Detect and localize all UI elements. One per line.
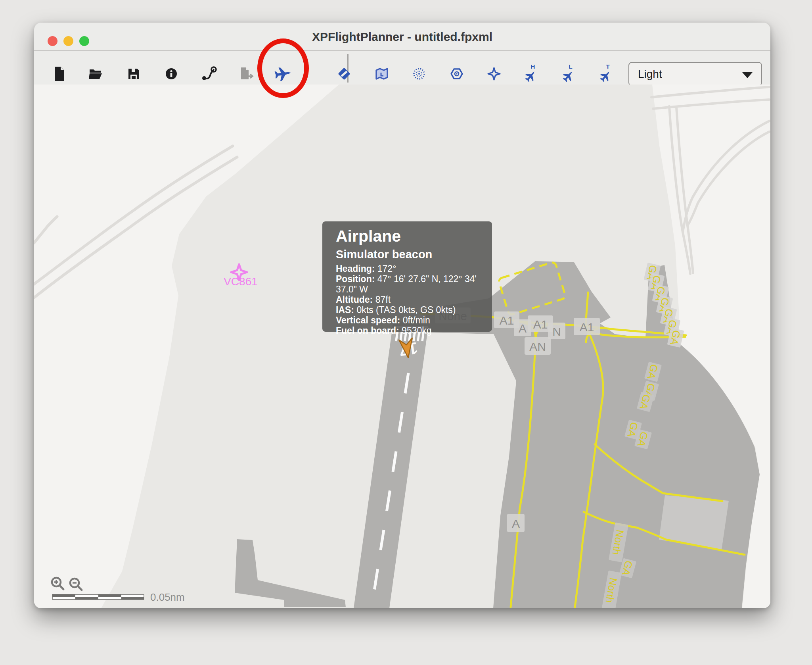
airplane-tooltip: Airplane Simulator beacon Heading: 172° … [322,221,492,332]
svg-text:A1: A1 [580,321,594,334]
chevron-down-icon [742,72,753,78]
annotation-red-circle [257,38,309,98]
export-icon [237,65,256,83]
aircraft-touring-icon: T [596,63,617,84]
aircraft-light-icon: L [559,63,580,84]
map-svg: 17 [34,85,770,608]
vor-toggle-button[interactable] [408,63,430,85]
map-style-value: Light [638,63,662,85]
ndb-icon [448,65,466,83]
aircraft-light-toggle-button[interactable]: L [558,63,580,85]
zoom-in-button[interactable] [52,578,63,589]
app-window: XPFlightPlanner - untitled.fpxml [34,23,770,608]
beacon-toggle-button[interactable] [333,63,355,85]
svg-text:A: A [512,517,520,530]
svg-text:A1: A1 [533,318,548,331]
svg-text:T: T [606,63,609,70]
save-button[interactable] [123,63,145,85]
ndb-toggle-button[interactable] [446,63,468,85]
open-folder-icon [86,65,105,83]
new-file-icon [50,65,69,83]
map-canvas[interactable]: 17 [34,85,770,608]
new-file-button[interactable] [48,63,71,85]
open-file-button[interactable] [84,63,107,85]
waypoint-label: VC861 [224,275,258,288]
zoom-out-button[interactable] [70,579,82,590]
route-icon [200,65,218,83]
info-button[interactable] [160,63,182,85]
window-title: XPFlightPlanner - untitled.fpxml [34,23,770,50]
svg-text:A1: A1 [500,314,514,327]
svg-text:AN: AN [529,340,546,353]
map-style-dropdown[interactable]: Light [628,62,762,86]
fix-icon [485,65,503,83]
svg-text:A: A [519,322,527,335]
export-button[interactable] [236,63,258,85]
beacon-icon [335,65,353,83]
toolbar: H L T Light [34,51,770,85]
scale-bar [52,594,144,600]
map-icon [373,65,391,83]
tooltip-subtitle: Simulator beacon [336,248,492,261]
titlebar: XPFlightPlanner - untitled.fpxml [34,23,770,51]
vor-icon [410,65,428,83]
map-toggle-button[interactable] [371,63,393,85]
save-icon [124,65,143,83]
tooltip-title: Airplane [336,227,492,246]
aircraft-touring-toggle-button[interactable]: T [596,63,618,85]
fix-toggle-button[interactable] [483,63,505,85]
svg-text:H: H [531,63,535,70]
svg-text:N: N [552,325,561,338]
svg-text:L: L [569,63,572,70]
route-button[interactable] [198,63,220,85]
aircraft-heavy-icon: H [521,63,542,84]
info-icon [162,65,180,83]
scale-label: 0.05nm [150,592,185,603]
aircraft-heavy-toggle-button[interactable]: H [521,63,543,85]
scale-bar-wrap: 0.05nm [50,592,216,607]
